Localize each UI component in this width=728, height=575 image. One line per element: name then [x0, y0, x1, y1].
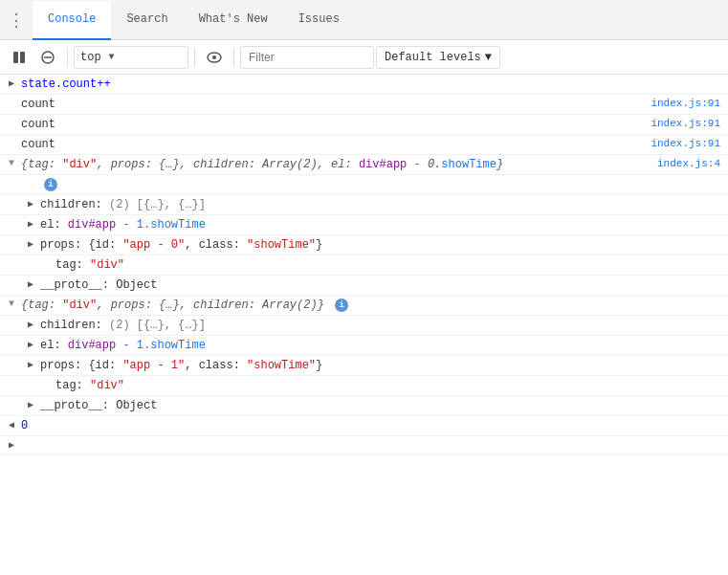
- log-link-3[interactable]: index.js:91: [651, 138, 728, 149]
- object1-expand-icon[interactable]: ▼: [4, 158, 19, 168]
- proto2-expand-icon[interactable]: ▶: [23, 399, 38, 410]
- proto1-row: ▶ __proto__: Object: [0, 276, 728, 296]
- log-levels-button[interactable]: Default levels ▼: [376, 46, 500, 69]
- run-snippet-button[interactable]: [6, 44, 33, 71]
- object2-expand-icon[interactable]: ▼: [4, 299, 19, 309]
- tab-whats-new[interactable]: What's New: [184, 1, 283, 40]
- props1-row: ▶ props: {id: "app - 0", class: "showTim…: [0, 235, 728, 255]
- expand-icon[interactable]: ▶: [4, 77, 19, 89]
- props2-row: ▶ props: {id: "app - 1", class: "showTim…: [0, 356, 728, 376]
- proto1-expand-icon[interactable]: ▶: [23, 278, 38, 290]
- info-icon-2: i: [335, 299, 348, 312]
- context-arrow-icon: ▼: [109, 52, 115, 62]
- clear-icon: [41, 51, 55, 64]
- tab-issues[interactable]: Issues: [283, 1, 355, 40]
- el2-expand-icon[interactable]: ▶: [23, 339, 38, 350]
- svg-rect-0: [13, 52, 18, 63]
- expression-content: state.count++: [19, 76, 728, 93]
- children1-row: ▶ children: (2) [{…}, {…}]: [0, 195, 728, 215]
- tab-console[interactable]: Console: [33, 1, 111, 40]
- props1-expand-icon[interactable]: ▶: [23, 238, 38, 250]
- log-row-1: count index.js:91: [0, 95, 728, 115]
- object2-header-row: ▼ {tag: "div", props: {…}, children: Arr…: [0, 296, 728, 316]
- eye-button[interactable]: [201, 44, 228, 71]
- el2-row: ▶ el: div#app - 1.showTime: [0, 336, 728, 356]
- output-row: ◀ 0: [0, 416, 728, 436]
- object1-header-row: ▼ {tag: "div", props: {…}, children: Arr…: [0, 155, 728, 175]
- children2-expand-icon[interactable]: ▶: [23, 319, 38, 330]
- prompt-chevron: ▶: [4, 439, 19, 451]
- info-icon-1: i: [44, 178, 57, 191]
- toolbar-divider-1: [67, 48, 68, 67]
- context-selector[interactable]: top ▼: [74, 46, 188, 69]
- info-icon-row: i: [0, 175, 728, 195]
- eye-icon: [207, 52, 222, 63]
- children1-expand-icon[interactable]: ▶: [23, 198, 38, 210]
- run-icon: [12, 51, 26, 64]
- tab-bar: ⋮ Console Search What's New Issues: [0, 0, 728, 40]
- filter-input[interactable]: [240, 46, 374, 69]
- el1-expand-icon[interactable]: ▶: [23, 218, 38, 230]
- el1-row: ▶ el: div#app - 1.showTime: [0, 215, 728, 235]
- toolbar-divider-2: [194, 48, 195, 67]
- tab-search[interactable]: Search: [111, 1, 183, 40]
- toolbar: top ▼ Default levels ▼: [0, 40, 728, 75]
- toolbar-divider-3: [233, 48, 234, 67]
- log-row-3: count index.js:91: [0, 135, 728, 155]
- proto2-row: ▶ __proto__: Object: [0, 396, 728, 416]
- props2-expand-icon[interactable]: ▶: [23, 359, 38, 370]
- log-link-2[interactable]: index.js:91: [651, 118, 728, 129]
- log-link-1[interactable]: index.js:91: [651, 98, 728, 109]
- console-output: ▶ state.count++ count index.js:91 count …: [0, 75, 728, 575]
- tag2-row: tag: "div": [0, 376, 728, 396]
- svg-point-5: [212, 55, 216, 59]
- levels-arrow-icon: ▼: [485, 51, 492, 64]
- tag1-row: tag: "div": [0, 255, 728, 276]
- children2-row: ▶ children: (2) [{…}, {…}]: [0, 316, 728, 336]
- more-tabs-button[interactable]: ⋮: [8, 10, 25, 31]
- log-row-2: count index.js:91: [0, 115, 728, 135]
- svg-rect-1: [20, 52, 25, 63]
- prompt-row[interactable]: ▶: [0, 436, 728, 455]
- clear-console-button[interactable]: [34, 44, 61, 71]
- output-arrow-icon: ◀: [4, 419, 19, 431]
- object1-link[interactable]: index.js:4: [657, 158, 728, 169]
- expression-row: ▶ state.count++: [0, 75, 728, 95]
